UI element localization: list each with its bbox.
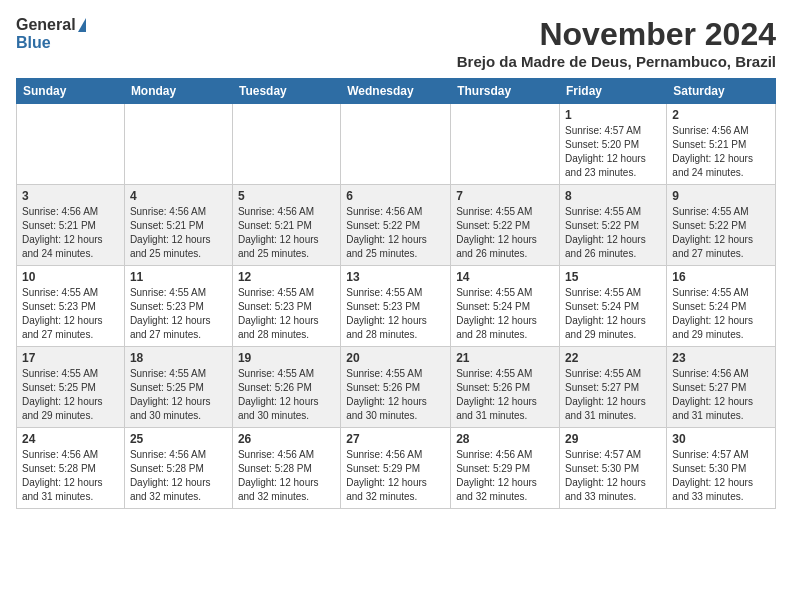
weekday-header-saturday: Saturday — [667, 79, 776, 104]
day-number: 19 — [238, 351, 335, 365]
month-title: November 2024 — [457, 16, 776, 53]
week-row-4: 17Sunrise: 4:55 AM Sunset: 5:25 PM Dayli… — [17, 347, 776, 428]
week-row-5: 24Sunrise: 4:56 AM Sunset: 5:28 PM Dayli… — [17, 428, 776, 509]
day-number: 29 — [565, 432, 661, 446]
day-info: Sunrise: 4:55 AM Sunset: 5:22 PM Dayligh… — [672, 205, 770, 261]
day-cell: 9Sunrise: 4:55 AM Sunset: 5:22 PM Daylig… — [667, 185, 776, 266]
calendar-table: SundayMondayTuesdayWednesdayThursdayFrid… — [16, 78, 776, 509]
day-info: Sunrise: 4:55 AM Sunset: 5:24 PM Dayligh… — [456, 286, 554, 342]
day-cell: 3Sunrise: 4:56 AM Sunset: 5:21 PM Daylig… — [17, 185, 125, 266]
logo-triangle-icon — [78, 18, 86, 32]
day-cell: 11Sunrise: 4:55 AM Sunset: 5:23 PM Dayli… — [124, 266, 232, 347]
day-info: Sunrise: 4:56 AM Sunset: 5:21 PM Dayligh… — [238, 205, 335, 261]
day-number: 27 — [346, 432, 445, 446]
day-cell: 18Sunrise: 4:55 AM Sunset: 5:25 PM Dayli… — [124, 347, 232, 428]
day-cell: 16Sunrise: 4:55 AM Sunset: 5:24 PM Dayli… — [667, 266, 776, 347]
day-cell: 20Sunrise: 4:55 AM Sunset: 5:26 PM Dayli… — [341, 347, 451, 428]
day-cell: 2Sunrise: 4:56 AM Sunset: 5:21 PM Daylig… — [667, 104, 776, 185]
day-number: 12 — [238, 270, 335, 284]
day-info: Sunrise: 4:55 AM Sunset: 5:25 PM Dayligh… — [22, 367, 119, 423]
day-number: 16 — [672, 270, 770, 284]
day-cell: 8Sunrise: 4:55 AM Sunset: 5:22 PM Daylig… — [560, 185, 667, 266]
day-cell: 10Sunrise: 4:55 AM Sunset: 5:23 PM Dayli… — [17, 266, 125, 347]
week-row-2: 3Sunrise: 4:56 AM Sunset: 5:21 PM Daylig… — [17, 185, 776, 266]
day-cell: 27Sunrise: 4:56 AM Sunset: 5:29 PM Dayli… — [341, 428, 451, 509]
day-info: Sunrise: 4:55 AM Sunset: 5:23 PM Dayligh… — [130, 286, 227, 342]
logo: General Blue — [16, 16, 86, 51]
day-info: Sunrise: 4:55 AM Sunset: 5:25 PM Dayligh… — [130, 367, 227, 423]
day-cell: 19Sunrise: 4:55 AM Sunset: 5:26 PM Dayli… — [232, 347, 340, 428]
day-number: 4 — [130, 189, 227, 203]
day-number: 18 — [130, 351, 227, 365]
day-info: Sunrise: 4:56 AM Sunset: 5:28 PM Dayligh… — [238, 448, 335, 504]
weekday-header-monday: Monday — [124, 79, 232, 104]
day-info: Sunrise: 4:55 AM Sunset: 5:24 PM Dayligh… — [565, 286, 661, 342]
title-area: November 2024 Brejo da Madre de Deus, Pe… — [457, 16, 776, 70]
location-title: Brejo da Madre de Deus, Pernambuco, Braz… — [457, 53, 776, 70]
day-number: 23 — [672, 351, 770, 365]
weekday-header-row: SundayMondayTuesdayWednesdayThursdayFrid… — [17, 79, 776, 104]
day-number: 2 — [672, 108, 770, 122]
day-info: Sunrise: 4:57 AM Sunset: 5:20 PM Dayligh… — [565, 124, 661, 180]
day-cell: 5Sunrise: 4:56 AM Sunset: 5:21 PM Daylig… — [232, 185, 340, 266]
day-number: 20 — [346, 351, 445, 365]
day-info: Sunrise: 4:56 AM Sunset: 5:21 PM Dayligh… — [130, 205, 227, 261]
day-info: Sunrise: 4:56 AM Sunset: 5:21 PM Dayligh… — [22, 205, 119, 261]
day-info: Sunrise: 4:56 AM Sunset: 5:22 PM Dayligh… — [346, 205, 445, 261]
day-info: Sunrise: 4:56 AM Sunset: 5:28 PM Dayligh… — [22, 448, 119, 504]
day-cell: 15Sunrise: 4:55 AM Sunset: 5:24 PM Dayli… — [560, 266, 667, 347]
day-cell: 4Sunrise: 4:56 AM Sunset: 5:21 PM Daylig… — [124, 185, 232, 266]
day-number: 14 — [456, 270, 554, 284]
day-info: Sunrise: 4:56 AM Sunset: 5:29 PM Dayligh… — [456, 448, 554, 504]
weekday-header-thursday: Thursday — [451, 79, 560, 104]
day-number: 26 — [238, 432, 335, 446]
day-cell: 17Sunrise: 4:55 AM Sunset: 5:25 PM Dayli… — [17, 347, 125, 428]
day-cell: 22Sunrise: 4:55 AM Sunset: 5:27 PM Dayli… — [560, 347, 667, 428]
day-number: 22 — [565, 351, 661, 365]
day-number: 11 — [130, 270, 227, 284]
weekday-header-sunday: Sunday — [17, 79, 125, 104]
day-info: Sunrise: 4:55 AM Sunset: 5:26 PM Dayligh… — [238, 367, 335, 423]
day-info: Sunrise: 4:57 AM Sunset: 5:30 PM Dayligh… — [672, 448, 770, 504]
day-cell — [17, 104, 125, 185]
day-cell: 13Sunrise: 4:55 AM Sunset: 5:23 PM Dayli… — [341, 266, 451, 347]
day-info: Sunrise: 4:55 AM Sunset: 5:23 PM Dayligh… — [238, 286, 335, 342]
day-number: 9 — [672, 189, 770, 203]
day-info: Sunrise: 4:55 AM Sunset: 5:24 PM Dayligh… — [672, 286, 770, 342]
weekday-header-friday: Friday — [560, 79, 667, 104]
day-number: 25 — [130, 432, 227, 446]
day-info: Sunrise: 4:56 AM Sunset: 5:27 PM Dayligh… — [672, 367, 770, 423]
logo-blue: Blue — [16, 34, 51, 52]
day-number: 3 — [22, 189, 119, 203]
day-number: 8 — [565, 189, 661, 203]
day-info: Sunrise: 4:55 AM Sunset: 5:23 PM Dayligh… — [22, 286, 119, 342]
day-info: Sunrise: 4:55 AM Sunset: 5:26 PM Dayligh… — [456, 367, 554, 423]
day-info: Sunrise: 4:57 AM Sunset: 5:30 PM Dayligh… — [565, 448, 661, 504]
day-info: Sunrise: 4:56 AM Sunset: 5:28 PM Dayligh… — [130, 448, 227, 504]
day-cell — [341, 104, 451, 185]
day-info: Sunrise: 4:56 AM Sunset: 5:21 PM Dayligh… — [672, 124, 770, 180]
day-info: Sunrise: 4:55 AM Sunset: 5:22 PM Dayligh… — [456, 205, 554, 261]
day-cell: 21Sunrise: 4:55 AM Sunset: 5:26 PM Dayli… — [451, 347, 560, 428]
page-header: General Blue November 2024 Brejo da Madr… — [16, 16, 776, 70]
day-cell: 30Sunrise: 4:57 AM Sunset: 5:30 PM Dayli… — [667, 428, 776, 509]
day-number: 5 — [238, 189, 335, 203]
weekday-header-wednesday: Wednesday — [341, 79, 451, 104]
day-cell: 28Sunrise: 4:56 AM Sunset: 5:29 PM Dayli… — [451, 428, 560, 509]
day-number: 1 — [565, 108, 661, 122]
day-cell: 12Sunrise: 4:55 AM Sunset: 5:23 PM Dayli… — [232, 266, 340, 347]
day-number: 17 — [22, 351, 119, 365]
week-row-1: 1Sunrise: 4:57 AM Sunset: 5:20 PM Daylig… — [17, 104, 776, 185]
day-info: Sunrise: 4:55 AM Sunset: 5:22 PM Dayligh… — [565, 205, 661, 261]
day-info: Sunrise: 4:55 AM Sunset: 5:26 PM Dayligh… — [346, 367, 445, 423]
week-row-3: 10Sunrise: 4:55 AM Sunset: 5:23 PM Dayli… — [17, 266, 776, 347]
day-cell: 7Sunrise: 4:55 AM Sunset: 5:22 PM Daylig… — [451, 185, 560, 266]
day-number: 21 — [456, 351, 554, 365]
day-number: 10 — [22, 270, 119, 284]
day-number: 6 — [346, 189, 445, 203]
day-number: 7 — [456, 189, 554, 203]
day-cell: 26Sunrise: 4:56 AM Sunset: 5:28 PM Dayli… — [232, 428, 340, 509]
day-info: Sunrise: 4:56 AM Sunset: 5:29 PM Dayligh… — [346, 448, 445, 504]
day-cell: 29Sunrise: 4:57 AM Sunset: 5:30 PM Dayli… — [560, 428, 667, 509]
logo-general: General — [16, 16, 76, 34]
